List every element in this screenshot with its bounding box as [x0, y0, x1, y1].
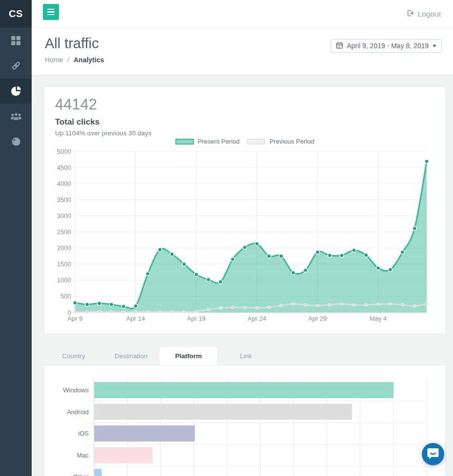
svg-text:Apr 19: Apr 19	[187, 315, 206, 322]
svg-text:1000: 1000	[57, 276, 71, 284]
users-icon	[10, 112, 22, 121]
sidebar-item-links[interactable]	[0, 53, 32, 78]
svg-text:1500: 1500	[57, 260, 71, 268]
total-clicks-line-chart: 0500100015002000250030003500400045005000…	[55, 146, 434, 323]
date-range-picker[interactable]: April 9, 2019 - May 8, 2019	[331, 39, 442, 53]
svg-text:Apr 9: Apr 9	[67, 315, 82, 322]
total-clicks-card: 44142 Total clicks Up 1104% over previou…	[44, 86, 446, 334]
platform-breakdown-card: WindowsAndroidiOSMacOther	[44, 365, 446, 476]
tab-country[interactable]: Country	[45, 347, 102, 365]
svg-text:Apr 29: Apr 29	[308, 315, 327, 322]
svg-text:Windows: Windows	[63, 386, 89, 394]
svg-text:3500: 3500	[57, 196, 71, 203]
breadcrumb-separator: /	[67, 56, 69, 64]
date-range-label: April 9, 2019 - May 8, 2019	[347, 42, 429, 50]
calendar-icon	[336, 42, 343, 50]
svg-text:500: 500	[60, 293, 71, 300]
breadcrumb: Home/Analytics	[45, 56, 453, 64]
legend-present-label: Present Period	[198, 138, 240, 145]
total-clicks-label: Total clicks	[55, 117, 434, 127]
tab-destination[interactable]: Destination	[102, 347, 160, 365]
svg-text:Android: Android	[67, 408, 89, 416]
svg-text:Other: Other	[73, 473, 89, 476]
sidebar-toggle-button[interactable]	[43, 4, 59, 20]
total-clicks-value: 44142	[55, 96, 434, 113]
logout-link[interactable]: Logout	[406, 0, 441, 28]
chat-bubble-icon	[427, 447, 439, 461]
content: 44142 Total clicks Up 1104% over previou…	[32, 75, 453, 476]
topbar: Logout	[32, 0, 453, 28]
sidebar-item-users[interactable]	[0, 104, 32, 129]
legend-previous: Previous Period	[247, 138, 314, 145]
pie-chart-icon	[11, 86, 21, 96]
svg-text:iOS: iOS	[78, 430, 89, 437]
legend-previous-label: Previous Period	[269, 138, 314, 145]
svg-text:Mac: Mac	[76, 452, 89, 459]
chat-launcher-button[interactable]	[422, 443, 444, 465]
svg-text:5000: 5000	[57, 148, 71, 155]
dashboard-grid-icon	[11, 36, 20, 45]
main-area: Logout All traffic Home/Analytics April …	[32, 0, 453, 476]
svg-text:4000: 4000	[57, 180, 71, 187]
platform-bar-chart: WindowsAndroidiOSMacOther	[55, 372, 434, 476]
svg-text:2500: 2500	[57, 228, 71, 236]
sidebar-item-domains[interactable]	[0, 129, 32, 154]
globe-icon	[11, 137, 21, 146]
legend-present-swatch	[175, 139, 194, 145]
total-clicks-delta: Up 1104% over previous 30 days	[55, 129, 434, 137]
svg-text:Apr 14: Apr 14	[126, 315, 145, 322]
breadcrumb-current: Analytics	[74, 56, 104, 64]
sidebar-item-dashboard[interactable]	[0, 28, 32, 53]
tab-platform[interactable]: Platform	[160, 347, 217, 365]
svg-text:2000: 2000	[57, 244, 71, 252]
breadcrumb-home-link[interactable]: Home	[45, 56, 63, 64]
legend-previous-swatch	[247, 139, 265, 145]
sidebar-item-analytics[interactable]	[0, 78, 32, 104]
link-chain-icon	[11, 60, 21, 71]
svg-text:4500: 4500	[57, 164, 71, 171]
svg-text:May 4: May 4	[370, 315, 387, 322]
app-logo: CS	[0, 0, 32, 28]
legend-present: Present Period	[175, 138, 240, 145]
tab-link[interactable]: Link	[217, 347, 275, 365]
svg-text:3000: 3000	[57, 212, 71, 220]
page-header: All traffic Home/Analytics April 9, 2019…	[32, 28, 453, 75]
logout-icon	[406, 9, 414, 19]
sidebar: CS	[0, 0, 32, 476]
breakdown-tabs: CountryDestinationPlatformLink	[45, 347, 453, 365]
logout-label: Logout	[418, 10, 441, 18]
chart-legend: Present Period Previous Period	[55, 138, 434, 146]
chevron-down-icon	[433, 45, 436, 47]
svg-text:Apr 24: Apr 24	[247, 315, 266, 322]
